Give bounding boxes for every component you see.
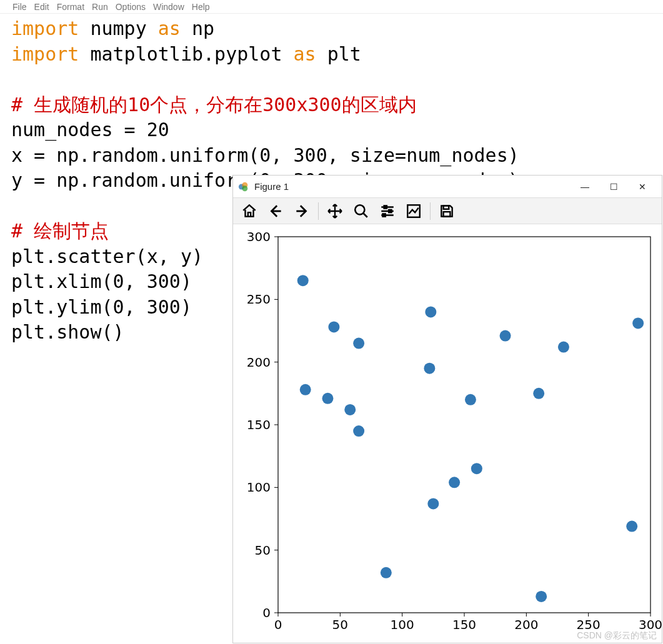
svg-text:100: 100 <box>247 480 271 495</box>
svg-point-42 <box>322 393 333 404</box>
code-kw: import <box>11 43 79 65</box>
svg-point-48 <box>424 363 435 374</box>
move-icon[interactable] <box>322 200 347 222</box>
menu-help[interactable]: Help <box>192 2 210 12</box>
watermark: CSDN @彩云的笔记 <box>577 630 657 642</box>
svg-text:200: 200 <box>514 617 538 632</box>
minimize-button[interactable]: — <box>571 177 599 196</box>
code-text: plt.scatter(x, y) <box>11 245 203 267</box>
menu-run[interactable]: Run <box>92 2 108 12</box>
code-comment: # 绘制节点 <box>11 220 109 242</box>
figure-window[interactable]: Figure 1 — ☐ ✕ <box>232 175 662 643</box>
close-button[interactable]: ✕ <box>628 177 657 196</box>
svg-rect-8 <box>444 206 449 209</box>
code-text: num_nodes = 20 <box>11 119 169 141</box>
svg-rect-4 <box>384 206 387 208</box>
svg-rect-6 <box>382 214 385 216</box>
toolbar-separator <box>318 202 319 220</box>
save-icon[interactable] <box>434 200 459 222</box>
code-text: plt.show() <box>11 321 124 343</box>
svg-point-41 <box>328 321 339 332</box>
svg-text:300: 300 <box>247 229 271 244</box>
sliders-icon[interactable] <box>375 200 400 222</box>
svg-point-53 <box>500 330 511 342</box>
window-title: Figure 1 <box>254 181 289 192</box>
code-text: plt.ylim(0, 300) <box>11 296 192 318</box>
code-text: np <box>181 17 214 39</box>
svg-point-55 <box>536 591 547 602</box>
toolbar-separator <box>430 202 431 220</box>
svg-point-45 <box>353 425 364 437</box>
plot-toolbar <box>233 197 662 224</box>
svg-text:100: 100 <box>391 617 414 632</box>
code-comment: # 生成随机的10个点，分布在300x300的区域内 <box>11 94 417 116</box>
svg-point-56 <box>558 342 569 353</box>
svg-point-57 <box>632 317 644 329</box>
svg-point-3 <box>355 205 364 214</box>
svg-point-49 <box>427 498 439 509</box>
code-text: plt.xlim(0, 300) <box>11 270 192 292</box>
svg-point-50 <box>449 477 460 488</box>
menu-window[interactable]: Window <box>153 2 184 12</box>
menubar: File Edit Format Run Options Window Help <box>0 0 663 14</box>
svg-text:150: 150 <box>247 417 271 432</box>
code-kw: as <box>294 43 316 65</box>
arrow-right-icon[interactable] <box>289 200 314 222</box>
svg-text:50: 50 <box>255 543 271 558</box>
svg-point-44 <box>353 338 364 349</box>
code-text: matplotlib.pyplot <box>79 43 293 65</box>
menu-format[interactable]: Format <box>57 2 84 12</box>
svg-point-47 <box>425 306 436 317</box>
svg-point-58 <box>626 521 637 532</box>
chart-line-icon[interactable] <box>401 200 426 222</box>
svg-point-43 <box>344 404 356 415</box>
scatter-chart: 050100150200250300050100150200250300 <box>233 224 663 643</box>
code-kw: as <box>158 17 181 39</box>
svg-text:0: 0 <box>274 617 282 632</box>
svg-text:150: 150 <box>452 617 476 632</box>
plot-area[interactable]: 050100150200250300050100150200250300 <box>233 224 662 643</box>
code-text: x = np.random.uniform(0, 300, size=num_n… <box>11 144 519 166</box>
arrow-left-icon[interactable] <box>263 200 288 222</box>
svg-point-46 <box>381 567 392 578</box>
svg-point-52 <box>471 463 482 474</box>
svg-rect-9 <box>444 212 451 217</box>
svg-point-51 <box>465 394 476 405</box>
svg-text:200: 200 <box>247 355 271 370</box>
svg-point-39 <box>297 275 309 286</box>
code-text: plt <box>316 43 361 65</box>
svg-point-2 <box>242 186 247 191</box>
svg-text:250: 250 <box>247 292 271 307</box>
home-icon[interactable] <box>237 200 262 222</box>
code-kw: import <box>11 17 79 39</box>
svg-text:50: 50 <box>332 617 348 632</box>
maximize-button[interactable]: ☐ <box>599 177 628 196</box>
svg-rect-5 <box>389 209 391 212</box>
svg-text:0: 0 <box>262 605 271 620</box>
menu-file[interactable]: File <box>12 2 27 12</box>
search-icon[interactable] <box>349 200 374 222</box>
window-titlebar[interactable]: Figure 1 — ☐ ✕ <box>233 176 662 197</box>
code-text: numpy <box>79 17 157 39</box>
app-icon <box>238 181 249 192</box>
svg-point-54 <box>533 388 544 399</box>
menu-options[interactable]: Options <box>116 2 146 12</box>
menu-edit[interactable]: Edit <box>34 2 49 12</box>
svg-point-40 <box>300 384 311 395</box>
svg-rect-10 <box>278 237 651 613</box>
